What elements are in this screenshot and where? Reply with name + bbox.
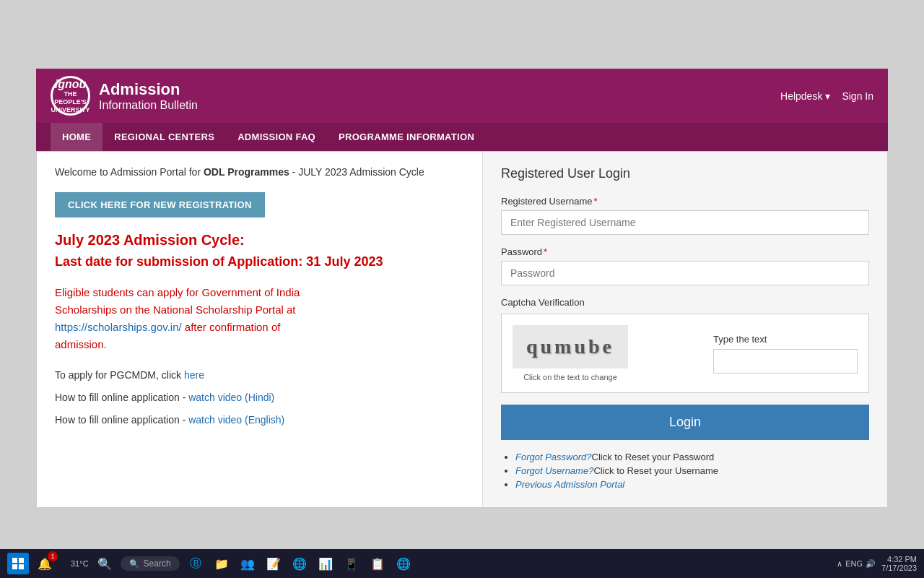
time-display: 4:32 PM 7/17/2023 [881, 555, 917, 572]
start-button[interactable] [7, 553, 29, 574]
search-placeholder: Search [144, 558, 171, 569]
volume-icon[interactable]: 🔊 [866, 559, 876, 569]
edge-icon[interactable]: 🌐 [289, 553, 310, 574]
hindi-video-line: How to fill online application - watch v… [55, 390, 464, 405]
captcha-box: qumube Click on the text to change Type … [501, 314, 869, 393]
search-icon: 🔍 [129, 559, 139, 569]
pgcmdm-text-before: To apply for PGCMDM, click [55, 369, 184, 381]
system-tray: ∧ ENG 🔊 [837, 559, 876, 569]
app6-icon[interactable]: 📊 [315, 553, 336, 574]
forgot-username-item: Forgot Username?Click to Reset your User… [515, 465, 869, 476]
svg-rect-0 [12, 558, 17, 563]
login-button[interactable]: Login [501, 405, 869, 440]
captcha-type-label: Type the text [713, 334, 858, 345]
admission-cycle-heading: July 2023 Admission Cycle: [55, 232, 464, 249]
taskbar-search-icon[interactable]: 🔍 [95, 553, 115, 574]
header-main-title: Admission [99, 80, 198, 99]
chrome-icon[interactable]: 🌐 [393, 553, 414, 574]
bing-icon[interactable]: Ⓑ [186, 553, 206, 574]
captcha-right: Type the text [713, 334, 858, 374]
english-video-line: How to fill online application - watch v… [55, 413, 464, 428]
english-video-link[interactable]: watch video (English) [188, 414, 284, 426]
welcome-text: Welcome to Admission Portal for ODL Prog… [55, 166, 464, 178]
captcha-label: Captcha Verification [501, 297, 869, 308]
new-registration-button[interactable]: CLICK HERE FOR NEW REGISTRATION [55, 192, 265, 217]
password-input[interactable] [501, 261, 869, 285]
chevron-up-icon[interactable]: ∧ [837, 559, 842, 569]
forgot-username-link[interactable]: Forgot Username? [515, 465, 593, 476]
captcha-hint: Click on the text to change [523, 373, 617, 381]
scholarship-line4: admission. [55, 338, 107, 350]
nav-item-faq[interactable]: ADMISSION FAQ [226, 123, 327, 151]
welcome-bold: ODL Programmes [204, 166, 289, 178]
taskbar-right: ∧ ENG 🔊 4:32 PM 7/17/2023 [837, 555, 917, 572]
scholarship-link[interactable]: https://scholarships.gov.in/ [55, 321, 182, 333]
bottom-links: Forgot Password?Click to Reset your Pass… [501, 452, 869, 490]
navbar: HOME REGIONAL CENTERS ADMISSION FAQ PROG… [36, 123, 888, 151]
captcha-image[interactable]: qumube [513, 325, 628, 368]
header: ignou THE PEOPLE'S UNIVERSITY Admission … [36, 69, 888, 123]
sticky-notes-icon[interactable]: 📝 [263, 553, 284, 574]
main-content: Welcome to Admission Portal for ODL Prog… [36, 151, 888, 508]
captcha-section: Captcha Verification qumube Click on the… [501, 297, 869, 393]
lang-display: ENG [845, 559, 863, 568]
ignou-logo-sub2: UNIVERSITY [51, 106, 90, 114]
header-title: Admission Information Bulletin [99, 80, 198, 112]
header-right: Helpdesk ▾ Sign In [780, 90, 873, 102]
clock-time: 4:32 PM [881, 555, 917, 564]
last-date-text: Last date for submission of Application:… [55, 254, 464, 269]
svg-rect-2 [12, 564, 17, 569]
clock-date: 7/17/2023 [881, 564, 917, 572]
hindi-text-before: How to fill online application - [55, 392, 188, 403]
welcome-after: - JULY 2023 Admission Cycle [289, 166, 424, 178]
app8-icon[interactable]: 📋 [367, 553, 388, 574]
previous-portal-item: Previous Admission Portal [515, 479, 869, 490]
username-form-group: Registered Username* [501, 196, 869, 235]
helpdesk-label: Helpdesk [780, 90, 822, 102]
ignou-logo-text: ignou [55, 78, 87, 91]
nav-item-regional[interactable]: REGIONAL CENTERS [103, 123, 226, 151]
password-required: * [544, 246, 547, 257]
app7-icon[interactable]: 📱 [341, 553, 362, 574]
temperature-display: 31°C [71, 559, 89, 568]
scholarship-line3: after confirmation of [182, 321, 281, 333]
ignou-logo: ignou THE PEOPLE'S UNIVERSITY [51, 76, 90, 116]
hindi-video-link[interactable]: watch video (Hindi) [188, 392, 274, 403]
windows-icon [12, 558, 24, 569]
password-label-text: Password [501, 246, 542, 257]
password-form-group: Password* [501, 246, 869, 285]
captcha-input[interactable] [713, 349, 858, 374]
taskbar: 🔔 1 31°C 🔍 🔍 Search Ⓑ 📁 👥 📝 🌐 📊 📱 📋 🌐 ∧ … [0, 549, 924, 578]
username-required: * [593, 196, 597, 207]
files-icon[interactable]: 📁 [212, 553, 232, 574]
captcha-left: qumube Click on the text to change [513, 325, 628, 381]
forgot-password-item: Forgot Password?Click to Reset your Pass… [515, 452, 869, 462]
previous-portal-link[interactable]: Previous Admission Portal [515, 479, 624, 490]
english-text-before: How to fill online application - [55, 414, 188, 426]
pgcmdm-link[interactable]: here [184, 369, 204, 381]
username-label: Registered Username* [501, 196, 869, 207]
welcome-before: Welcome to Admission Portal for [55, 166, 204, 178]
username-input[interactable] [501, 210, 869, 235]
header-sub-title: Information Bulletin [99, 99, 198, 112]
forgot-password-link[interactable]: Forgot Password? [515, 452, 592, 462]
nav-item-programme[interactable]: PROGRAMME INFORMATION [327, 123, 486, 151]
teams-icon[interactable]: 👥 [237, 553, 258, 574]
header-left: ignou THE PEOPLE'S UNIVERSITY Admission … [51, 76, 198, 116]
username-label-text: Registered Username [501, 196, 592, 207]
forgot-password-text: Click to Reset your Password [592, 452, 715, 462]
chevron-down-icon: ▾ [825, 90, 830, 102]
notification-badge: 1 [48, 551, 58, 561]
svg-rect-3 [19, 564, 24, 569]
scholarship-line2: Scholarships on the National Scholarship… [55, 303, 296, 316]
ignou-logo-sub1: THE PEOPLE'S [53, 90, 88, 106]
signin-button[interactable]: Sign In [842, 90, 873, 102]
scholarship-line1: Eligible students can apply for Governme… [55, 286, 300, 298]
scholarship-text: Eligible students can apply for Governme… [55, 284, 464, 353]
captcha-display-text: qumube [526, 335, 614, 358]
password-label: Password* [501, 246, 869, 257]
helpdesk-button[interactable]: Helpdesk ▾ [780, 90, 830, 102]
nav-item-home[interactable]: HOME [51, 123, 103, 151]
taskbar-search-bar[interactable]: 🔍 Search [121, 556, 180, 571]
svg-rect-1 [19, 558, 24, 563]
